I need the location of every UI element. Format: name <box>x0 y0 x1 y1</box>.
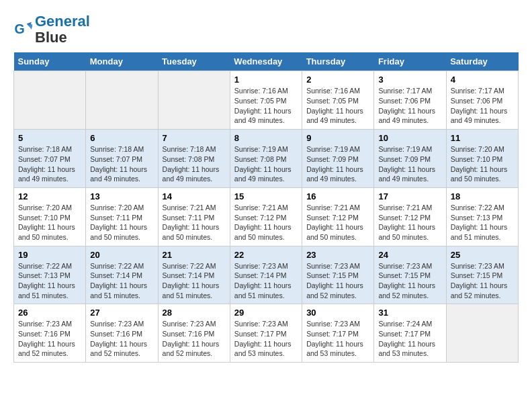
calendar-cell: 23Sunrise: 7:23 AMSunset: 7:15 PMDayligh… <box>302 246 374 304</box>
day-info: Sunrise: 7:23 AMSunset: 7:15 PMDaylight:… <box>451 261 514 301</box>
calendar-cell: 6Sunrise: 7:18 AMSunset: 7:07 PMDaylight… <box>86 130 158 188</box>
day-info: Sunrise: 7:22 AMSunset: 7:14 PMDaylight:… <box>90 261 153 301</box>
day-number: 26 <box>18 308 81 318</box>
day-number: 11 <box>451 133 514 143</box>
calendar-cell: 16Sunrise: 7:21 AMSunset: 7:12 PMDayligh… <box>302 187 374 246</box>
day-info: Sunrise: 7:24 AMSunset: 7:17 PMDaylight:… <box>378 319 441 359</box>
svg-text:G: G <box>14 21 24 36</box>
day-number: 10 <box>378 133 441 143</box>
day-number: 22 <box>234 250 298 260</box>
day-info: Sunrise: 7:20 AMSunset: 7:10 PMDaylight:… <box>451 144 514 184</box>
page-header: G GeneralBlue <box>13 13 519 46</box>
col-header-wednesday: Wednesday <box>230 52 302 71</box>
calendar-cell: 11Sunrise: 7:20 AMSunset: 7:10 PMDayligh… <box>446 130 518 188</box>
logo-text: GeneralBlue <box>35 13 90 46</box>
day-number: 20 <box>90 250 153 260</box>
day-info: Sunrise: 7:21 AMSunset: 7:12 PMDaylight:… <box>306 203 369 242</box>
day-number: 25 <box>451 250 514 260</box>
calendar-cell: 30Sunrise: 7:23 AMSunset: 7:17 PMDayligh… <box>302 304 374 363</box>
col-header-sunday: Sunday <box>14 52 86 71</box>
calendar-header: SundayMondayTuesdayWednesdayThursdayFrid… <box>14 52 519 71</box>
day-number: 1 <box>234 75 298 85</box>
day-info: Sunrise: 7:19 AMSunset: 7:08 PMDaylight:… <box>234 144 298 184</box>
day-info: Sunrise: 7:22 AMSunset: 7:14 PMDaylight:… <box>163 261 226 301</box>
day-info: Sunrise: 7:20 AMSunset: 7:10 PMDaylight:… <box>18 203 81 242</box>
day-info: Sunrise: 7:23 AMSunset: 7:14 PMDaylight:… <box>234 261 298 301</box>
col-header-monday: Monday <box>86 52 158 71</box>
calendar-cell: 5Sunrise: 7:18 AMSunset: 7:07 PMDaylight… <box>14 130 86 188</box>
calendar-table: SundayMondayTuesdayWednesdayThursdayFrid… <box>13 52 519 363</box>
calendar-cell: 17Sunrise: 7:21 AMSunset: 7:12 PMDayligh… <box>374 187 446 246</box>
calendar-cell: 20Sunrise: 7:22 AMSunset: 7:14 PMDayligh… <box>86 246 158 304</box>
header-row: SundayMondayTuesdayWednesdayThursdayFrid… <box>14 52 519 71</box>
calendar-cell: 15Sunrise: 7:21 AMSunset: 7:12 PMDayligh… <box>230 187 302 246</box>
week-row-5: 26Sunrise: 7:23 AMSunset: 7:16 PMDayligh… <box>14 304 519 363</box>
day-number: 21 <box>163 250 226 260</box>
day-info: Sunrise: 7:21 AMSunset: 7:12 PMDaylight:… <box>378 203 441 242</box>
calendar-cell: 24Sunrise: 7:23 AMSunset: 7:15 PMDayligh… <box>374 246 446 304</box>
day-info: Sunrise: 7:19 AMSunset: 7:09 PMDaylight:… <box>378 144 441 184</box>
calendar-cell: 26Sunrise: 7:23 AMSunset: 7:16 PMDayligh… <box>14 304 86 363</box>
day-info: Sunrise: 7:19 AMSunset: 7:09 PMDaylight:… <box>306 144 369 184</box>
calendar-cell <box>14 71 86 130</box>
day-info: Sunrise: 7:17 AMSunset: 7:06 PMDaylight:… <box>378 86 441 126</box>
day-number: 6 <box>90 133 153 143</box>
day-info: Sunrise: 7:23 AMSunset: 7:15 PMDaylight:… <box>378 261 441 301</box>
calendar-cell: 13Sunrise: 7:20 AMSunset: 7:11 PMDayligh… <box>86 187 158 246</box>
calendar-cell: 10Sunrise: 7:19 AMSunset: 7:09 PMDayligh… <box>374 130 446 188</box>
day-info: Sunrise: 7:23 AMSunset: 7:17 PMDaylight:… <box>306 319 369 359</box>
calendar-cell: 29Sunrise: 7:23 AMSunset: 7:17 PMDayligh… <box>230 304 302 363</box>
day-info: Sunrise: 7:20 AMSunset: 7:11 PMDaylight:… <box>90 203 153 242</box>
col-header-saturday: Saturday <box>446 52 518 71</box>
calendar-cell: 27Sunrise: 7:23 AMSunset: 7:16 PMDayligh… <box>86 304 158 363</box>
day-info: Sunrise: 7:18 AMSunset: 7:08 PMDaylight:… <box>163 144 226 184</box>
day-info: Sunrise: 7:16 AMSunset: 7:05 PMDaylight:… <box>306 86 369 126</box>
day-number: 19 <box>18 250 81 260</box>
calendar-cell: 7Sunrise: 7:18 AMSunset: 7:08 PMDaylight… <box>158 130 230 188</box>
calendar-cell: 1Sunrise: 7:16 AMSunset: 7:05 PMDaylight… <box>230 71 302 130</box>
svg-marker-2 <box>28 24 32 30</box>
day-number: 2 <box>306 75 369 85</box>
calendar-cell <box>446 304 518 363</box>
calendar-cell: 18Sunrise: 7:22 AMSunset: 7:13 PMDayligh… <box>446 187 518 246</box>
calendar-cell: 31Sunrise: 7:24 AMSunset: 7:17 PMDayligh… <box>374 304 446 363</box>
day-number: 15 <box>234 191 298 201</box>
day-number: 7 <box>163 133 226 143</box>
day-number: 29 <box>234 308 298 318</box>
day-number: 4 <box>451 75 514 85</box>
day-info: Sunrise: 7:18 AMSunset: 7:07 PMDaylight:… <box>18 144 81 184</box>
calendar-cell: 28Sunrise: 7:23 AMSunset: 7:16 PMDayligh… <box>158 304 230 363</box>
calendar-cell: 2Sunrise: 7:16 AMSunset: 7:05 PMDaylight… <box>302 71 374 130</box>
col-header-friday: Friday <box>374 52 446 71</box>
day-info: Sunrise: 7:17 AMSunset: 7:06 PMDaylight:… <box>451 86 514 126</box>
calendar-cell: 9Sunrise: 7:19 AMSunset: 7:09 PMDaylight… <box>302 130 374 188</box>
day-info: Sunrise: 7:22 AMSunset: 7:13 PMDaylight:… <box>451 203 514 242</box>
calendar-cell: 22Sunrise: 7:23 AMSunset: 7:14 PMDayligh… <box>230 246 302 304</box>
calendar-cell: 25Sunrise: 7:23 AMSunset: 7:15 PMDayligh… <box>446 246 518 304</box>
calendar-cell: 21Sunrise: 7:22 AMSunset: 7:14 PMDayligh… <box>158 246 230 304</box>
calendar-cell: 4Sunrise: 7:17 AMSunset: 7:06 PMDaylight… <box>446 71 518 130</box>
week-row-1: 1Sunrise: 7:16 AMSunset: 7:05 PMDaylight… <box>14 71 519 130</box>
day-number: 14 <box>163 191 226 201</box>
calendar-cell <box>158 71 230 130</box>
calendar-cell: 14Sunrise: 7:21 AMSunset: 7:11 PMDayligh… <box>158 187 230 246</box>
col-header-thursday: Thursday <box>302 52 374 71</box>
day-number: 27 <box>90 308 153 318</box>
calendar-body: 1Sunrise: 7:16 AMSunset: 7:05 PMDaylight… <box>14 71 519 363</box>
day-info: Sunrise: 7:21 AMSunset: 7:11 PMDaylight:… <box>163 203 226 242</box>
day-number: 31 <box>378 308 441 318</box>
day-info: Sunrise: 7:23 AMSunset: 7:16 PMDaylight:… <box>18 319 81 359</box>
day-info: Sunrise: 7:23 AMSunset: 7:17 PMDaylight:… <box>234 319 298 359</box>
week-row-4: 19Sunrise: 7:22 AMSunset: 7:13 PMDayligh… <box>14 246 519 304</box>
day-number: 24 <box>378 250 441 260</box>
day-number: 18 <box>451 191 514 201</box>
calendar-cell: 3Sunrise: 7:17 AMSunset: 7:06 PMDaylight… <box>374 71 446 130</box>
day-number: 3 <box>378 75 441 85</box>
day-number: 9 <box>306 133 369 143</box>
day-info: Sunrise: 7:23 AMSunset: 7:16 PMDaylight:… <box>90 319 153 359</box>
day-number: 8 <box>234 133 298 143</box>
day-info: Sunrise: 7:23 AMSunset: 7:16 PMDaylight:… <box>163 319 226 359</box>
logo-icon: G <box>13 20 32 39</box>
calendar-cell: 8Sunrise: 7:19 AMSunset: 7:08 PMDaylight… <box>230 130 302 188</box>
calendar-cell <box>86 71 158 130</box>
